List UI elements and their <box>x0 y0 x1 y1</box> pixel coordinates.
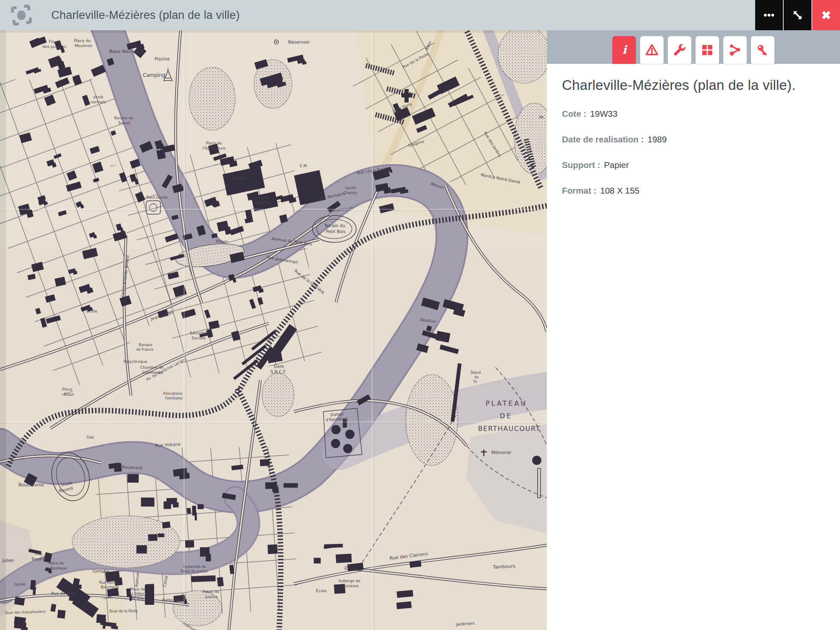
map-label: Auberge de <box>339 579 360 583</box>
panel-body: Charleville-Mézières (plan de la ville).… <box>547 64 840 196</box>
map-label: Ile <box>538 115 544 119</box>
map-label: lycée <box>234 176 245 181</box>
info-panel: i Charleville-Mézières (plan de la ville… <box>547 30 840 630</box>
map-label: Place du <box>74 38 91 43</box>
map-label: Travail <box>118 121 130 125</box>
map-label: Place Ducale <box>146 196 168 200</box>
map-label: de Ville <box>131 596 144 601</box>
tab-thumbnails[interactable] <box>696 36 719 64</box>
map-label: PLATEAU <box>486 399 527 407</box>
map-label: normale <box>90 100 106 104</box>
field-format-value: 108 X 155 <box>600 186 639 195</box>
map-label: Gare <box>274 364 284 369</box>
map-label: Esplanade du <box>183 565 206 569</box>
title-bar: Charleville-Mézières (plan de la ville) <box>0 0 840 30</box>
map-label: Sociale <box>192 336 206 340</box>
panel-tabs: i <box>612 36 774 64</box>
map-label: Justice <box>205 595 218 599</box>
map-image[interactable]: RéservoirFoyerdes pupillesPlace duMoulin… <box>0 30 547 630</box>
document-title: Charleville-Mézières (plan de la ville) <box>51 9 240 22</box>
map-label: Gymnase <box>92 569 109 573</box>
map-label: Réservoir <box>288 39 310 45</box>
tab-permalink[interactable] <box>751 36 774 64</box>
map-label: l'Agriculture <box>202 146 226 150</box>
map-label: Préfecture <box>162 598 183 602</box>
map-label: Rue du Mess <box>51 591 76 596</box>
map-label: Bourse du <box>114 116 134 120</box>
map-label: Mémorial <box>491 450 511 455</box>
map-label: Bozzi <box>64 392 74 396</box>
map-label: Place <box>62 387 72 391</box>
map-label: Boucherie <box>101 585 119 589</box>
map-label: Chanzy <box>343 191 357 195</box>
map-label: Tir <box>472 380 478 384</box>
map-label: École <box>87 309 97 313</box>
map-label: École <box>316 588 327 593</box>
panel-tabstrip: i <box>547 30 840 64</box>
map-label: Bayard <box>32 557 45 561</box>
map-label: E.M. <box>300 164 308 168</box>
map-label: DE <box>500 412 512 420</box>
map-label: Banque <box>139 343 152 347</box>
expand-arrow-icon <box>791 9 804 21</box>
field-date: Date de realisation :1989 <box>562 134 840 144</box>
map-label: Polyclinique <box>123 359 147 364</box>
map-label: de France <box>136 347 154 352</box>
map-label: Lycée <box>345 186 356 190</box>
field-cote: Cote :19W33 <box>562 109 840 119</box>
map-label: Jeunesse <box>341 584 359 588</box>
map-label: Terrain du <box>324 223 345 228</box>
close-button[interactable] <box>812 0 840 30</box>
fullscreen-button[interactable] <box>784 0 811 30</box>
map-label: Foyer <box>49 39 60 44</box>
tab-share[interactable] <box>723 36 747 64</box>
map-label: Familiales <box>165 396 183 400</box>
map-label: BERTHAUCOURT <box>478 425 541 433</box>
tab-info[interactable]: i <box>612 36 636 64</box>
map-label: Quai de la Porte <box>109 609 138 613</box>
close-x-icon <box>820 9 832 21</box>
map-label: Rue Monge <box>99 580 119 585</box>
info-icon: i <box>617 43 631 57</box>
map-label: Petit Bois <box>326 229 346 234</box>
map-label: Corvisart <box>255 200 271 205</box>
map-label: des pupilles <box>42 44 66 49</box>
map-label: Place de <box>130 587 145 591</box>
record-title: Charleville-Mézières (plan de la ville). <box>562 77 840 93</box>
map-label: S.N.C.F. <box>270 370 286 374</box>
field-format-label: Format : <box>562 186 596 195</box>
field-cote-label: Cote : <box>562 109 586 118</box>
map-label: Hôpital <box>257 196 270 200</box>
key-icon <box>756 43 770 57</box>
more-options-button[interactable] <box>755 0 783 30</box>
map-label: Chambre de <box>140 365 164 370</box>
map-label: Allocations <box>163 391 183 396</box>
map-label: école <box>93 95 103 99</box>
tab-warning[interactable] <box>640 36 664 64</box>
warning-icon <box>645 43 659 57</box>
map-label: Camping <box>143 72 165 78</box>
map-label: Stand <box>470 370 481 375</box>
map-label: Gaz <box>87 435 94 439</box>
field-cote-value: 19W33 <box>590 109 617 118</box>
map-label: Moulinet <box>75 43 92 48</box>
app-logo-icon <box>8 2 35 29</box>
map-label: Prison <box>216 239 228 244</box>
field-support: Support :Papier <box>562 160 840 170</box>
map-label: Boulodrome <box>18 483 44 487</box>
window-controls <box>754 0 840 30</box>
map-viewer[interactable]: RéservoirFoyerdes pupillesPlace duMoulin… <box>0 30 547 630</box>
field-format: Format :108 X 155 <box>562 186 840 196</box>
share-icon <box>728 43 742 57</box>
field-date-value: 1989 <box>648 134 667 144</box>
field-support-value: Papier <box>604 160 629 170</box>
field-support-label: Support : <box>562 160 600 170</box>
map-label: de <box>474 375 479 379</box>
tab-tools[interactable] <box>668 36 691 64</box>
field-date-label: Date de realisation : <box>562 134 644 144</box>
map-label: Palais de <box>202 590 219 594</box>
svg-text:i: i <box>622 43 628 56</box>
map-label: Piscine <box>155 56 170 61</box>
map-label: Place de <box>49 561 64 565</box>
grid-icon <box>700 43 714 57</box>
